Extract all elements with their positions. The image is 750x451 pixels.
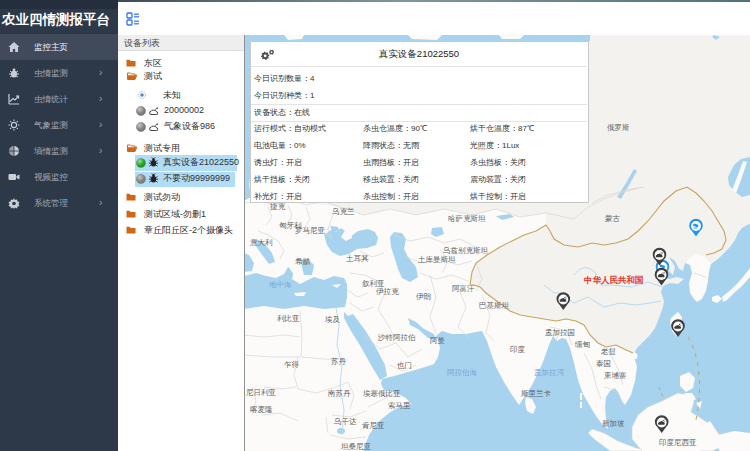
svg-text:泰国: 泰国 (596, 359, 611, 368)
svg-text:南苏丹: 南苏丹 (327, 389, 351, 398)
svg-text:沙特阿拉伯: 沙特阿拉伯 (377, 333, 416, 342)
svg-text:印度: 印度 (510, 345, 526, 354)
svg-text:乌克兰: 乌克兰 (331, 207, 355, 216)
svg-text:捷克: 捷克 (270, 202, 286, 211)
svg-text:阿富汗: 阿富汗 (452, 284, 475, 293)
svg-text:新加坡: 新加坡 (602, 419, 625, 428)
svg-text:乌兹别克斯坦: 乌兹别克斯坦 (442, 246, 489, 255)
svg-text:埃及: 埃及 (324, 315, 341, 324)
svg-text:斯里兰卡: 斯里兰卡 (521, 389, 552, 398)
svg-text:伊拉克: 伊拉克 (376, 287, 399, 296)
svg-text:乌干达: 乌干达 (333, 417, 357, 426)
svg-text:孟加拉湾: 孟加拉湾 (534, 368, 565, 377)
svg-text:也门: 也门 (397, 361, 412, 370)
svg-text:乍得: 乍得 (284, 360, 300, 369)
svg-text:缅甸: 缅甸 (574, 340, 590, 349)
svg-text:苏丹: 苏丹 (331, 357, 347, 366)
svg-text:罗马尼亚: 罗马尼亚 (295, 226, 326, 235)
svg-text:利比亚: 利比亚 (277, 314, 300, 323)
svg-text:中华人民共和国: 中华人民共和国 (584, 275, 644, 285)
svg-text:喀麦隆: 喀麦隆 (250, 405, 273, 414)
svg-text:印度尼西亚: 印度尼西亚 (659, 438, 697, 447)
svg-text:肯尼亚: 肯尼亚 (362, 421, 385, 430)
svg-text:阿拉伯海: 阿拉伯海 (447, 368, 478, 377)
svg-text:埃塞俄比亚: 埃塞俄比亚 (362, 389, 401, 398)
svg-text:巴基斯坦: 巴基斯坦 (479, 301, 510, 310)
svg-text:土库曼斯坦: 土库曼斯坦 (418, 255, 456, 264)
svg-text:蒙古: 蒙古 (605, 214, 621, 223)
svg-text:阿曼: 阿曼 (430, 336, 446, 345)
svg-text:索马里: 索马里 (388, 401, 411, 410)
svg-text:意大利: 意大利 (250, 238, 273, 247)
svg-text:土耳其: 土耳其 (346, 254, 369, 263)
svg-text:俄罗斯: 俄罗斯 (607, 123, 630, 132)
svg-text:坦桑尼亚: 坦桑尼亚 (340, 442, 372, 451)
svg-text:柬埔寨: 柬埔寨 (604, 371, 627, 380)
svg-text:伊朗: 伊朗 (416, 292, 431, 301)
svg-text:地中海: 地中海 (268, 280, 292, 289)
svg-text:哈萨克斯坦: 哈萨克斯坦 (448, 214, 486, 223)
svg-text:希腊: 希腊 (295, 257, 311, 266)
svg-text:孟加拉国: 孟加拉国 (545, 328, 575, 337)
svg-text:尼日利亚: 尼日利亚 (246, 388, 277, 397)
svg-text:老挝: 老挝 (601, 347, 616, 356)
